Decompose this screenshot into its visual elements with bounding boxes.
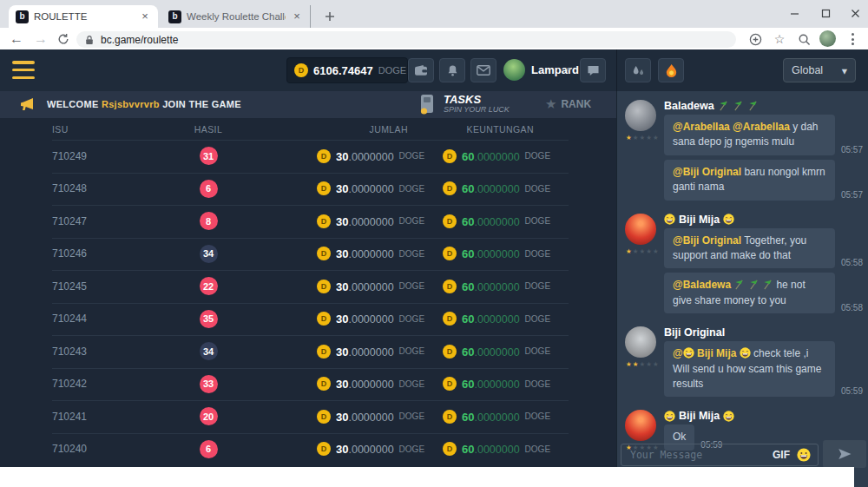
window-minimize-button[interactable]: [779, 0, 809, 26]
message-text: Ok: [673, 431, 686, 443]
message-time: 05:58: [841, 303, 863, 313]
green-flag-icon: [748, 280, 760, 290]
chat-message-group: Biji Original @ Biji Mija check tele ,i …: [624, 326, 863, 401]
browser-menu-button[interactable]: [851, 31, 854, 47]
doge-coin-icon: [443, 377, 457, 391]
table-row: 710249 31 30.0000000DOGE 60.0000000DOGE: [0, 140, 616, 173]
mention[interactable]: Biji Mija: [697, 347, 736, 359]
bet-amount: 30.0000000DOGE: [317, 344, 408, 359]
window-maximize-button[interactable]: [811, 0, 840, 26]
reload-button[interactable]: [54, 30, 73, 49]
doge-coin-icon: [443, 149, 457, 163]
doge-coin-icon: [294, 63, 308, 77]
send-button[interactable]: [823, 440, 866, 468]
url-bar[interactable]: bc.game/roulette: [76, 31, 736, 48]
username[interactable]: Lampard: [531, 63, 579, 76]
avatar[interactable]: [625, 410, 656, 441]
user-avatar[interactable]: [503, 59, 525, 81]
col-header-jumlah: JUMLAH: [317, 124, 408, 135]
bell-icon: [446, 64, 459, 77]
bet-id: 710246: [52, 247, 156, 260]
emoji-picker-icon[interactable]: [797, 448, 811, 462]
messages-button[interactable]: [470, 58, 496, 82]
tab-close-icon[interactable]: [291, 10, 303, 23]
grin-emoji-icon: [664, 411, 675, 422]
tab-roulette[interactable]: ROULETTE: [9, 5, 158, 28]
coin-drop-button[interactable]: [658, 58, 684, 82]
rain-button[interactable]: [625, 58, 651, 82]
col-header-hasil: HASIL: [156, 124, 260, 135]
chat-toggle-button[interactable]: [580, 58, 606, 82]
bookmark-star-icon[interactable]: [771, 30, 788, 48]
chat-username[interactable]: Biji Mija: [679, 410, 720, 422]
table-row: 710246 34 30.0000000DOGE 60.0000000DOGE: [0, 238, 616, 271]
doge-coin-icon: [443, 442, 457, 456]
result-badge: 31: [200, 147, 218, 165]
tab-close-icon[interactable]: [139, 10, 151, 23]
green-flag-icon: [762, 280, 773, 290]
chat-bubble: @Biji Original Together, you support and…: [664, 228, 835, 269]
notifications-button[interactable]: [439, 58, 465, 82]
grin-emoji-icon: [723, 214, 734, 225]
bet-amount: 30.0000000DOGE: [317, 376, 408, 392]
mention[interactable]: @Baladewa: [673, 279, 731, 291]
mention[interactable]: @: [673, 347, 683, 359]
hamburger-menu-button[interactable]: [12, 61, 35, 79]
balance-currency: DOGE: [378, 65, 406, 76]
bet-amount: 30.0000000DOGE: [317, 311, 408, 326]
chat-bubble: @ Biji Mija check tele ,i Will send u ho…: [664, 341, 835, 397]
tasks-shortcut[interactable]: TASKS SPIN YOUR LUCK: [417, 93, 510, 115]
forward-button[interactable]: [31, 30, 50, 49]
minimize-icon: [790, 9, 799, 18]
site-favicon: [168, 10, 181, 23]
megaphone-icon: [19, 96, 37, 112]
browser-tab-strip: ROULETTE Weekly Roulette Challenge - Wi: [0, 0, 868, 28]
table-row: 710242 33 30.0000000DOGE 60.0000000DOGE: [0, 368, 616, 401]
chat-username[interactable]: Biji Mija: [679, 214, 720, 226]
bet-profit: 60.0000000DOGE: [443, 409, 534, 424]
window-close-button[interactable]: [840, 0, 868, 26]
message-time: 05:59: [841, 386, 863, 397]
result-badge: 22: [200, 277, 218, 295]
balance-selector[interactable]: 6106.74647 DOGE: [286, 57, 408, 83]
table-row: 710245 22 30.0000000DOGE 60.0000000DOGE: [0, 270, 616, 303]
gif-button[interactable]: GIF: [773, 449, 790, 461]
bet-id: 710240: [52, 443, 156, 455]
grin-emoji-icon: [664, 214, 675, 225]
avatar[interactable]: [625, 326, 656, 358]
result-badge: 8: [200, 212, 218, 230]
chat-channel-select[interactable]: Global: [783, 58, 856, 82]
tab-weekly-challenge[interactable]: Weekly Roulette Challenge - Wi: [161, 5, 311, 28]
speech-bubble-icon: [587, 65, 600, 76]
mention[interactable]: @Arabellaa: [733, 121, 790, 133]
result-badge: 6: [200, 440, 218, 458]
avatar[interactable]: [625, 214, 656, 245]
chat-username[interactable]: Biji Original: [664, 326, 725, 339]
chat-username[interactable]: Baladewa: [664, 100, 714, 112]
bet-id: 710241: [52, 411, 156, 423]
green-flag-icon: [733, 280, 745, 290]
zoom-plus-button[interactable]: [746, 30, 764, 48]
new-tab-button[interactable]: [321, 8, 339, 25]
bet-id: 710244: [52, 313, 156, 325]
browser-profile-avatar[interactable]: [819, 30, 836, 47]
bet-profit: 60.0000000DOGE: [443, 214, 534, 229]
table-row: 710243 34 30.0000000DOGE 60.0000000DOGE: [0, 335, 616, 368]
bet-profit: 60.0000000DOGE: [443, 311, 534, 326]
avatar[interactable]: [625, 100, 656, 131]
mention[interactable]: @Arabellaa: [673, 121, 730, 133]
doge-coin-icon: [317, 312, 331, 326]
doge-coin-icon: [317, 280, 331, 293]
mention[interactable]: @Biji Original: [673, 234, 741, 247]
doge-coin-icon: [317, 149, 331, 163]
chat-panel: Baladewa @Arabellaa @Arabellaa y dah san…: [616, 91, 868, 487]
chat-bubble: @Arabellaa @Arabellaa y dah sana depo jg…: [664, 115, 835, 155]
plus-icon: [325, 11, 335, 22]
chat-input[interactable]: [628, 448, 766, 462]
table-row: 710240 6 30.0000000DOGE 60.0000000DOGE: [0, 433, 616, 466]
search-button[interactable]: [795, 30, 812, 48]
mention[interactable]: @Biji Original: [673, 166, 741, 178]
rank-shortcut[interactable]: RANK: [545, 97, 591, 110]
wallet-button[interactable]: [408, 58, 434, 82]
back-button[interactable]: [7, 30, 26, 49]
